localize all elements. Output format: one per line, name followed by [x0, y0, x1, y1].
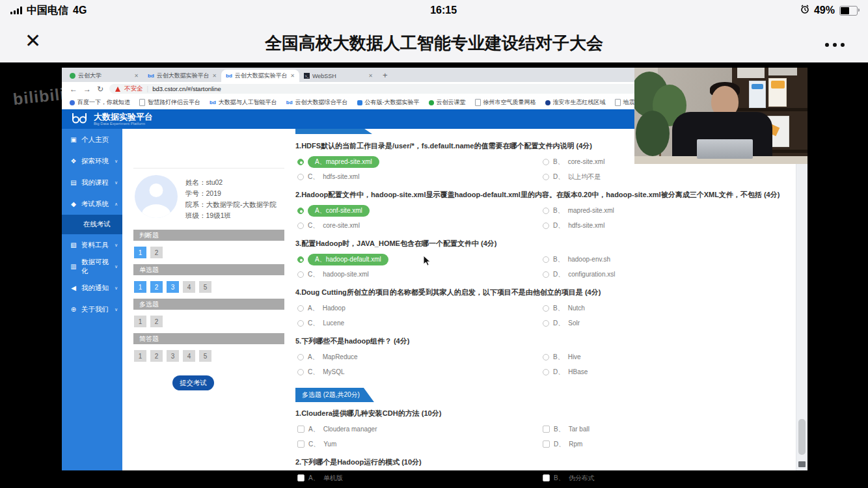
question-number-button[interactable]: 5 — [199, 281, 211, 293]
radio-control[interactable] — [543, 271, 549, 278]
answer-option[interactable]: B、Tar ball — [543, 424, 788, 435]
tab-close-icon[interactable]: ✕ — [368, 73, 373, 79]
tab-close-icon[interactable]: ✕ — [290, 73, 295, 79]
radio-control[interactable] — [543, 159, 549, 165]
bookmark-item[interactable]: 公有版-大数据实验平 — [357, 98, 420, 107]
radio-control[interactable] — [297, 256, 304, 263]
question-number-button[interactable]: 3 — [167, 350, 179, 362]
radio-control[interactable] — [297, 223, 304, 229]
answer-option[interactable]: B、mapred-site.xml — [543, 205, 788, 216]
answer-option[interactable]: C、hdfs-site.xml — [297, 171, 543, 182]
question-number-button[interactable]: 2 — [150, 281, 163, 293]
checkbox-control[interactable] — [543, 441, 550, 448]
checkbox-control[interactable] — [297, 426, 305, 433]
radio-control[interactable] — [297, 174, 304, 180]
radio-control[interactable] — [543, 223, 549, 229]
bookmark-item[interactable]: bd云创大数据综合平台 — [286, 98, 348, 107]
radio-control[interactable] — [543, 208, 549, 214]
sidebar-item[interactable]: ◆考试系统∧ — [62, 193, 122, 215]
answer-option[interactable]: D、Solr — [543, 318, 788, 329]
question-number-button[interactable]: 1 — [134, 316, 146, 327]
bookmark-item[interactable]: 智慧路灯伴侣云平台 — [139, 98, 200, 107]
question-number-button[interactable]: 5 — [199, 350, 211, 362]
answer-option[interactable]: C、MySQL — [297, 366, 543, 377]
question-number-button[interactable]: 1 — [134, 247, 146, 258]
more-button[interactable] — [825, 43, 845, 47]
tab-close-icon[interactable]: ✕ — [212, 73, 217, 79]
sidebar-item[interactable]: ◀我的通知∨ — [62, 277, 122, 299]
sidebar-subitem[interactable]: 在线考试 — [62, 215, 122, 234]
forward-icon[interactable]: → — [83, 85, 91, 93]
bookmark-item[interactable]: bd大数据与人工智能平台 — [210, 98, 277, 107]
answer-option[interactable]: B、Hive — [543, 351, 788, 362]
browser-tab[interactable]: bd云创大数据实验平台✕ — [143, 70, 221, 82]
reload-icon[interactable]: ↻ — [97, 85, 103, 93]
checkbox-control[interactable] — [297, 441, 305, 448]
answer-option[interactable]: C、Yum — [297, 439, 543, 450]
radio-control[interactable] — [297, 369, 304, 375]
question-number-button[interactable]: 2 — [150, 350, 163, 362]
radio-control[interactable] — [297, 159, 304, 165]
answer-option[interactable]: C、hadoop-site.xml — [297, 269, 543, 280]
answer-option[interactable]: A、单机版 — [297, 472, 543, 483]
sidebar-item[interactable]: ❖探索环境∨ — [62, 150, 122, 172]
sidebar-item[interactable]: ▧资料工具∨ — [62, 234, 122, 256]
browser-tab[interactable]: bd云创大数据实验平台✕ — [221, 70, 299, 82]
radio-control[interactable] — [297, 354, 304, 360]
answer-option[interactable]: C、core-site.xml — [297, 220, 543, 231]
submit-exam-button[interactable]: 提交考试 — [172, 375, 214, 390]
answer-option[interactable]: A、hadoop-default.xml — [297, 254, 543, 265]
checkbox-control[interactable] — [297, 474, 305, 481]
question-number-button[interactable]: 1 — [134, 281, 146, 293]
answer-option[interactable]: A、conf-site.xml — [297, 205, 543, 216]
bookmark-item[interactable]: 淮安市生态红线区域 — [545, 98, 606, 107]
scrollbar-thumb[interactable] — [798, 419, 806, 455]
radio-control[interactable] — [543, 174, 549, 180]
radio-control[interactable] — [543, 256, 549, 263]
checkbox-control[interactable] — [543, 474, 550, 481]
answer-option[interactable]: B、伪分布式 — [543, 472, 788, 483]
radio-control[interactable] — [297, 271, 304, 278]
answer-option[interactable]: D、configuration.xsl — [543, 269, 788, 280]
bookmark-item[interactable]: 徐州市空气质量网格 — [475, 98, 536, 107]
question-number-button[interactable]: 4 — [183, 281, 195, 293]
question-number-button[interactable]: 2 — [150, 247, 163, 258]
answer-option[interactable]: A、Cloudera manager — [297, 424, 543, 435]
chevron-icon: ∨ — [115, 243, 118, 248]
sidebar-item[interactable]: ▥数据可视化∨ — [62, 256, 122, 277]
answer-option[interactable]: A、MapReduce — [297, 351, 543, 362]
browser-tab[interactable]: 云创大学✕ — [65, 70, 143, 82]
question-number-button[interactable]: 3 — [167, 281, 179, 293]
answer-option[interactable]: A、Hadoop — [297, 303, 543, 314]
bookmark-item[interactable]: 云创云课堂 — [429, 98, 466, 107]
answer-option[interactable]: B、Nutch — [543, 303, 788, 314]
radio-control[interactable] — [297, 208, 304, 214]
checkbox-control[interactable] — [543, 426, 550, 433]
radio-control[interactable] — [543, 305, 549, 312]
browser-tab[interactable]: >_WebSSH✕ — [299, 70, 377, 82]
answer-option[interactable]: B、hadoop-env.sh — [543, 254, 788, 265]
radio-control[interactable] — [543, 369, 549, 375]
sidebar-item[interactable]: ▣个人主页 — [62, 129, 122, 150]
question-number-button[interactable]: 4 — [183, 350, 195, 362]
new-tab-button[interactable]: + — [383, 70, 388, 80]
question-number-button[interactable]: 2 — [150, 316, 163, 327]
tab-close-icon[interactable]: ✕ — [134, 73, 139, 79]
back-icon[interactable]: ← — [70, 85, 77, 93]
answer-option[interactable]: D、hdfs-site.xml — [543, 220, 788, 231]
radio-control[interactable] — [297, 320, 304, 327]
bookmark-item[interactable]: 百度一下，你就知道 — [70, 98, 130, 107]
page-scrollbar[interactable] — [796, 129, 807, 470]
radio-control[interactable] — [543, 320, 549, 327]
sidebar-item[interactable]: ⊕关于我们∨ — [62, 299, 122, 320]
answer-option[interactable]: D、Rpm — [543, 439, 788, 450]
radio-control[interactable] — [297, 305, 304, 312]
answer-option[interactable]: C、Lucene — [297, 318, 543, 329]
answer-option[interactable]: D、以上均不是 — [543, 171, 788, 182]
answer-option[interactable]: D、HBase — [543, 366, 788, 377]
question-number-button[interactable]: 1 — [134, 350, 146, 362]
radio-control[interactable] — [543, 354, 549, 360]
sidebar-item[interactable]: ▤我的课程∨ — [62, 172, 122, 193]
scrollbar-corner-icon — [798, 461, 806, 467]
answer-option[interactable]: A、mapred-site.xml — [297, 156, 543, 167]
